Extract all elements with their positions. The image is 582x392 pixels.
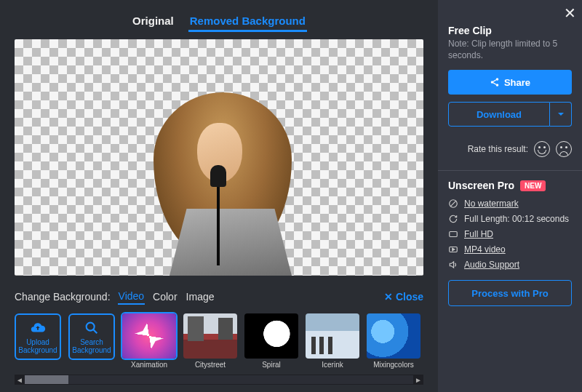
svg-point-4 bbox=[496, 84, 499, 87]
upload-background-label: Upload Background bbox=[16, 338, 60, 354]
play-icon bbox=[448, 244, 458, 255]
bg-thumb-citystreet[interactable] bbox=[183, 313, 237, 359]
pro-features: No watermark Full Length: 00:12 seconds … bbox=[448, 199, 572, 270]
search-background-button[interactable]: Search Background bbox=[68, 313, 115, 360]
bg-thumb-label: Spiral bbox=[262, 361, 281, 369]
refresh-icon bbox=[448, 214, 458, 224]
rate-good-button[interactable] bbox=[534, 141, 550, 157]
change-background-label: Change Background: bbox=[15, 291, 111, 303]
search-background-label: Search Background bbox=[70, 338, 113, 354]
preview-subject bbox=[117, 87, 321, 276]
rate-bad-button[interactable] bbox=[556, 141, 572, 157]
scrollbar-handle[interactable] bbox=[25, 375, 68, 384]
bg-thumb-xanimation[interactable] bbox=[122, 313, 176, 359]
preview-canvas bbox=[15, 39, 423, 276]
feature-full-length: Full Length: 00:12 seconds bbox=[448, 214, 572, 224]
bg-thumb-label: Xanimation bbox=[131, 361, 167, 369]
scroll-right-arrow[interactable]: ► bbox=[413, 375, 423, 385]
download-button-label: Download bbox=[477, 109, 522, 120]
bg-thumb-icerink[interactable] bbox=[306, 313, 359, 359]
bg-thumb-label: Icerink bbox=[322, 361, 343, 369]
background-picker-header: Change Background: Video Color Image ✕ C… bbox=[15, 283, 423, 309]
bg-tab-video[interactable]: Video bbox=[118, 289, 146, 305]
bg-thumb-spiral[interactable] bbox=[244, 313, 298, 359]
cloud-upload-icon bbox=[30, 320, 46, 336]
svg-rect-7 bbox=[450, 232, 458, 237]
svg-line-6 bbox=[450, 201, 456, 207]
free-clip-title: Free Clip bbox=[448, 25, 572, 36]
svg-point-0 bbox=[87, 322, 95, 330]
share-button-label: Share bbox=[504, 77, 530, 88]
download-button[interactable]: Download bbox=[448, 102, 550, 127]
free-clip-note: Note: Clip length limited to 5 seconds. bbox=[448, 38, 572, 61]
svg-point-2 bbox=[496, 79, 499, 81]
share-button[interactable]: Share bbox=[448, 70, 572, 95]
pro-header: Unscreen Pro NEW bbox=[448, 180, 572, 191]
svg-point-3 bbox=[491, 81, 494, 84]
download-dropdown-toggle[interactable] bbox=[550, 102, 572, 127]
feature-no-watermark[interactable]: No watermark bbox=[448, 199, 572, 209]
upload-background-button[interactable]: Upload Background bbox=[15, 313, 61, 360]
search-icon bbox=[84, 320, 100, 336]
close-picker-label: Close bbox=[396, 291, 423, 303]
feature-full-hd[interactable]: Full HD bbox=[448, 229, 572, 239]
bg-tab-image[interactable]: Image bbox=[186, 289, 215, 304]
no-watermark-icon bbox=[448, 199, 458, 209]
hd-icon bbox=[448, 229, 458, 239]
background-picker: Upload Background Search Background Xani… bbox=[15, 309, 423, 370]
main-panel: Original Removed Background Change Backg… bbox=[0, 0, 438, 392]
bg-thumb-mixingcolors[interactable] bbox=[367, 313, 420, 359]
share-icon bbox=[490, 77, 500, 87]
rate-row: Rate this result: bbox=[448, 141, 572, 157]
svg-line-1 bbox=[93, 329, 97, 333]
chevron-down-icon bbox=[557, 111, 565, 118]
preview-tabs: Original Removed Background bbox=[15, 7, 423, 39]
picker-scrollbar: ◄ ► bbox=[15, 375, 423, 385]
new-badge: NEW bbox=[520, 180, 546, 191]
sidebar: ✕ Free Clip Note: Clip length limited to… bbox=[438, 0, 582, 392]
bg-thumb-label: Citystreet bbox=[195, 361, 226, 369]
tab-original[interactable]: Original bbox=[131, 12, 175, 32]
tab-removed-background[interactable]: Removed Background bbox=[188, 12, 307, 32]
pro-title: Unscreen Pro bbox=[448, 180, 514, 191]
scroll-left-arrow[interactable]: ◄ bbox=[15, 375, 25, 385]
bg-tab-color[interactable]: Color bbox=[152, 289, 178, 304]
audio-icon bbox=[448, 260, 458, 270]
feature-mp4[interactable]: MP4 video bbox=[448, 244, 572, 255]
close-sidebar-button[interactable]: ✕ bbox=[564, 4, 576, 22]
feature-audio[interactable]: Audio Support bbox=[448, 260, 572, 270]
divider bbox=[438, 170, 582, 171]
scrollbar-track[interactable] bbox=[25, 375, 413, 384]
process-with-pro-button[interactable]: Process with Pro bbox=[448, 280, 572, 306]
close-picker[interactable]: ✕ Close bbox=[384, 291, 423, 303]
bg-thumb-label: Mixingcolors bbox=[373, 361, 414, 369]
process-button-label: Process with Pro bbox=[471, 288, 548, 299]
rate-label: Rate this result: bbox=[468, 144, 528, 154]
